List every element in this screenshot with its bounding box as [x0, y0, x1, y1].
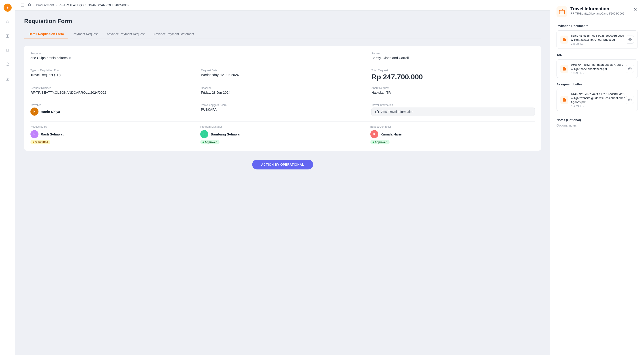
tor-doc-view-button[interactable] [626, 65, 634, 73]
about-request-value: Habiskan TR [372, 90, 535, 94]
budget-controller-status-label: Approved [375, 141, 387, 144]
approved-dot-2 [372, 141, 374, 143]
traveller-info: H Hanin Dhiya [30, 107, 194, 116]
penyelenggara-field: Penyelenggara Acara PUSKAPA [201, 103, 364, 111]
svg-point-8 [630, 39, 630, 40]
traveller-avatar: H [30, 107, 38, 116]
program-label: Program [30, 52, 194, 55]
tor-label: ToR [556, 53, 638, 57]
partner-value: Beatty, Olson and Carroll [372, 56, 535, 60]
invitation-doc-item: 83f627f1-c135-46e6-9d35-8ee005df05c9-w-l… [556, 30, 638, 49]
program-manager-avatar: B [200, 130, 208, 138]
tor-doc-icon [560, 65, 568, 73]
right-panel: Travel Information RF-TR/Beatty,Olsonand… [550, 0, 644, 355]
submitted-dot [33, 141, 34, 143]
panel-header: Travel Information RF-TR/Beatty,Olsonand… [556, 6, 638, 17]
sidebar: ✦ ⌂ ◫ ⊟ [0, 0, 15, 355]
assigment-letter-doc-info: 644669c1-707b-447f-b17e-16adf4fd8de2-w-l… [571, 92, 626, 108]
type-field: Type of Requisition Form Travel Request … [30, 69, 194, 81]
sidebar-item-database[interactable]: ⊟ [3, 46, 12, 54]
external-link-icon[interactable]: ⧉ [69, 56, 71, 60]
sidebar-item-users[interactable] [3, 60, 12, 69]
action-by-operational-button[interactable]: ACTION BY OPERATIONAL [252, 160, 313, 169]
app-logo: ✦ [4, 3, 12, 12]
close-button[interactable]: ✕ [633, 6, 638, 12]
assigment-letter-doc-view-button[interactable] [626, 96, 634, 104]
budget-controller-avatar: K [370, 130, 378, 138]
page-title: Requisition Form [24, 18, 541, 24]
requested-by-avatar: R [30, 130, 38, 138]
svg-point-10 [630, 99, 630, 100]
tab-advance-payment-request[interactable]: Advance Payment Request [102, 30, 149, 38]
request-date-label: Request Date [201, 69, 364, 72]
total-request-label: Total Request [372, 69, 535, 72]
home-icon[interactable] [28, 3, 31, 7]
travel-info-label: Travel Information [372, 103, 535, 107]
about-request-label: About Request [372, 86, 535, 90]
requested-by-info: R Rasti Setiawati [30, 130, 195, 138]
program-manager-label: Program Manager [200, 125, 365, 128]
invitation-doc-icon [560, 35, 568, 43]
panel-title: Travel Information [570, 6, 624, 11]
tab-detail-requisition[interactable]: Detail Requisition Form [24, 30, 68, 38]
svg-point-0 [7, 63, 8, 64]
tor-doc-left: 056bf04f-4c52-48df-aaba-25ecf877a5b9-w-l… [560, 63, 626, 74]
invitation-doc-name: 83f627f1-c135-46e6-9d35-8ee005df05c9-w-l… [571, 34, 626, 42]
notes-value: Optional notes [556, 124, 638, 127]
deadline-field: Deadline Friday, 28 Jun 2024 [201, 86, 364, 94]
panel-title-group: Travel Information RF-TR/Beatty,Olsonand… [570, 6, 624, 15]
tor-doc-info: 056bf04f-4c52-48df-aaba-25ecf877a5b9-w-l… [571, 63, 626, 74]
request-date-value: Wednesday, 12 Jun 2024 [201, 73, 364, 77]
deadline-value: Friday, 28 Jun 2024 [201, 90, 364, 94]
content-area: Requisition Form Detail Requisition Form… [15, 10, 550, 355]
program-manager-status-badge: Approved [200, 140, 220, 144]
divider-3 [30, 121, 535, 122]
approved-dot-1 [202, 141, 204, 143]
budget-controller-label: Budget Controller [370, 125, 535, 128]
total-request-value: Rp 247.700.000 [372, 73, 535, 81]
penyelenggara-label: Penyelenggara Acara [201, 103, 364, 107]
tor-doc-size: 185.96 KB [571, 71, 626, 75]
type-value: Travel Request (TR) [30, 73, 194, 77]
traveller-label: Traveller [30, 103, 194, 107]
invitation-doc-size: 248.36 KB [571, 42, 626, 45]
assigment-letter-doc-icon [560, 96, 568, 104]
total-request-field: Total Request Rp 247.700.000 [372, 69, 535, 81]
invitation-doc-view-button[interactable] [626, 35, 634, 43]
view-travel-information-button[interactable]: View Travel Information [372, 107, 535, 116]
budget-controller-name: Kamala Haris [381, 132, 402, 136]
divider-2 [30, 100, 535, 100]
menu-icon[interactable]: ☰ [20, 3, 24, 7]
eye-icon-1 [628, 38, 632, 41]
about-request-field: About Request Habiskan TR [372, 86, 535, 94]
tor-doc-name: 056bf04f-4c52-48df-aaba-25ecf877a5b9-w-l… [571, 63, 626, 71]
breadcrumb-procurement[interactable]: Procurement [36, 3, 54, 7]
partner-label: Partner [372, 52, 535, 55]
sidebar-item-home[interactable]: ⌂ [3, 17, 12, 26]
type-label: Type of Requisition Form [30, 69, 194, 72]
sidebar-item-layers[interactable]: ◫ [3, 31, 12, 40]
requested-by-status-badge: Submitted [30, 140, 50, 144]
traveller-name: Hanin Dhiya [41, 110, 60, 114]
deadline-label: Deadline [201, 86, 364, 90]
tab-advance-payment-statement[interactable]: Advance Payment Statement [149, 30, 198, 38]
program-field: Program e2e Culpa omnis dolores ⧉ [30, 52, 194, 60]
partner-field: Partner Beatty, Olson and Carroll [372, 52, 535, 60]
form-section-main: Program e2e Culpa omnis dolores ⧉ Partne… [24, 46, 541, 151]
invitation-documents-label: Invitation Documents [556, 24, 638, 28]
sidebar-item-reports[interactable] [3, 74, 12, 83]
tab-payment-request[interactable]: Payment Request [68, 30, 102, 38]
request-number-label: Request Number [30, 86, 194, 90]
breadcrumb-sep-2: › [56, 3, 57, 7]
breadcrumb-sep-1: › [33, 3, 34, 7]
action-bar: ACTION BY OPERATIONAL [24, 155, 541, 169]
panel-subtitle: RF-TR/Beatty,OlsonandCarroll/2024/0062 [570, 12, 624, 15]
tab-bar: Detail Requisition Form Payment Request … [24, 30, 541, 38]
budget-controller-field: Budget Controller K Kamala Haris Approve… [370, 125, 535, 144]
assigment-letter-label: Assigment Letter [556, 82, 638, 86]
eye-icon-2 [628, 67, 632, 71]
main-area: ☰ › Procurement › RF-TR/BEATTY,OLSONANDC… [15, 0, 550, 355]
program-manager-field: Program Manager B Bambang Setiawan Appro… [200, 125, 365, 144]
budget-controller-info: K Kamala Haris [370, 130, 535, 138]
assigment-letter-doc-name: 644669c1-707b-447f-b17e-16adf4fd8de2-w-l… [571, 92, 626, 104]
